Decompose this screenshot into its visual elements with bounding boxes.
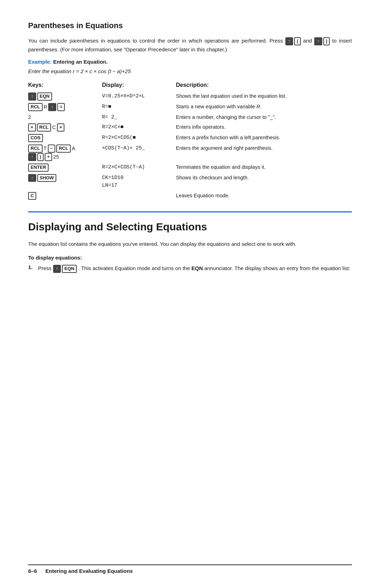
shift-key-left-paren: ↑ xyxy=(285,37,293,45)
footer-page: 6–6 xyxy=(28,568,37,574)
item-text: Press ↑ EQN . This activates Equation mo… xyxy=(38,264,352,273)
table-row: RCL T − RCL A ↑ ) + 25 xyxy=(28,143,352,162)
shift-key-right-paren: ↑ xyxy=(314,37,322,45)
footer: 6–6 Entering and Evaluating Equations xyxy=(28,564,352,574)
plus-key: + xyxy=(45,153,52,161)
and-text: and xyxy=(303,38,315,44)
c-text: C xyxy=(52,123,56,131)
rcl-key: RCL xyxy=(28,103,43,111)
eqn-key: EQN xyxy=(62,265,77,273)
desc-cell: Leaves Equation mode. xyxy=(172,191,352,201)
desc-cell: Shows its checksum and length. xyxy=(172,173,352,191)
c-key: C xyxy=(28,192,36,200)
display-cell: R=2×C×COS(■ xyxy=(99,133,172,143)
desc-cell: Enters a number, changing the cursor to … xyxy=(172,112,352,122)
table-row: × RCL C × R=2×C×■ Enters infix operators… xyxy=(28,122,352,133)
display-cell: R=2×C×COS(T−A) xyxy=(99,162,172,173)
table-row: RCL R ↑ = R=■ Starts a new equation with… xyxy=(28,102,352,112)
shift-key: ↑ xyxy=(28,153,36,161)
numbered-item-1: 1. Press ↑ EQN . This activates Equation… xyxy=(28,264,352,273)
cos-key: COS xyxy=(28,134,43,142)
table-row: ↑ SHOW CK=1D10LN=17 Shows its checksum a… xyxy=(28,173,352,191)
section1-body: You can include parentheses in equations… xyxy=(28,37,352,54)
equation-intro: Enter the equation r = 2 × c × cos (t − … xyxy=(28,68,352,74)
rcl-key: RCL xyxy=(28,145,43,153)
rcl-key: RCL xyxy=(37,123,51,132)
minus-key: − xyxy=(48,145,56,153)
shift-key: ↑ xyxy=(28,174,36,182)
enter-key: ENTER xyxy=(28,164,49,172)
footer-title: Entering and Evaluating Equations xyxy=(45,568,133,574)
shift-key: ↑ xyxy=(53,265,61,273)
t-text: T xyxy=(44,145,47,152)
display-cell: V=0.25×π×D^2×L xyxy=(99,91,172,102)
display-cell: R=2×C×■ xyxy=(99,122,172,133)
rcl-key2: RCL xyxy=(56,145,71,153)
display-cell: CK=1D10LN=17 xyxy=(99,173,172,191)
display-cell: ×COS(T−A)+ 25_ xyxy=(99,143,172,162)
equation-table: Keys: Display: Description: ↑ EQN V=0.25… xyxy=(28,81,352,201)
desc-cell: Shows the last equation used in the equa… xyxy=(172,91,352,102)
section2-body: The equation list contains the equations… xyxy=(28,240,352,248)
keys-cell: 2 xyxy=(28,112,99,122)
col-header-keys: Keys: xyxy=(28,81,99,91)
r-text: R xyxy=(44,103,47,111)
display-cell: R= 2_ xyxy=(99,112,172,122)
a-text: A xyxy=(72,145,75,152)
col-header-desc: Description: xyxy=(172,81,352,91)
section1-title: Parentheses in Equations xyxy=(28,21,352,30)
display-cell: R=■ xyxy=(99,102,172,112)
table-row: ENTER R=2×C×COS(T−A) Terminates the equa… xyxy=(28,162,352,173)
desc-cell: Terminates the equation and displays it. xyxy=(172,162,352,173)
example-label: Example: xyxy=(28,59,52,65)
example-heading: Example: Entering an Equation. xyxy=(28,59,352,65)
table-row: 2 R= 2_ Enters a number, changing the cu… xyxy=(28,112,352,122)
eqn-bold: EQN xyxy=(191,265,203,271)
show-key: SHOW xyxy=(37,174,56,182)
desc-cell: Starts a new equation with variable R. xyxy=(172,102,352,112)
example-heading-text: Entering an Equation. xyxy=(53,59,108,65)
twenty-five: 25 xyxy=(53,153,59,161)
table-row: C Leaves Equation mode. xyxy=(28,191,352,201)
eqn-key: EQN xyxy=(37,92,52,101)
section2-title: Displaying and Selecting Equations xyxy=(28,221,352,233)
equals-key: = xyxy=(57,103,65,111)
blue-divider xyxy=(28,211,352,212)
table-row: ↑ EQN V=0.25×π×D^2×L Shows the last equa… xyxy=(28,91,352,102)
left-paren-key: ( xyxy=(294,37,300,45)
shift-key: ↑ xyxy=(28,92,36,101)
item-number: 1. xyxy=(28,264,35,273)
desc-cell: Enters a prefix function with a left par… xyxy=(172,133,352,143)
col-header-display: Display: xyxy=(99,81,172,91)
right-paren-key: ) xyxy=(323,37,330,45)
right-paren-key: ) xyxy=(37,153,44,161)
display-cell xyxy=(99,191,172,201)
shift-key: ↑ xyxy=(48,103,56,111)
subsection-heading: To display equations: xyxy=(28,255,352,261)
x-key2: × xyxy=(57,123,65,132)
desc-cell: Enters the argument and right parenthesi… xyxy=(172,143,352,162)
table-row: COS R=2×C×COS(■ Enters a prefix function… xyxy=(28,133,352,143)
x-key: × xyxy=(28,123,36,132)
desc-cell: Enters infix operators. xyxy=(172,122,352,133)
